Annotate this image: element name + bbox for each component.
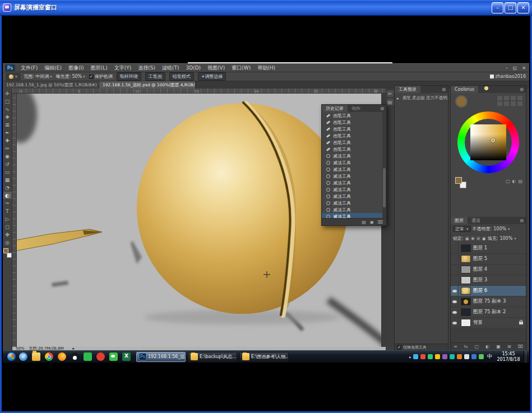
dodge-tool[interactable]: ◐ (3, 192, 12, 199)
range-field[interactable]: 范围: 中间调 ▾ (24, 73, 52, 80)
firefox-icon[interactable] (58, 352, 66, 361)
tab-history[interactable]: 历史记录 (322, 105, 348, 112)
color-marker[interactable] (491, 138, 495, 142)
visibility-toggle[interactable] (451, 286, 459, 296)
tray-icon[interactable] (442, 354, 447, 359)
current-color-swatch[interactable] (455, 95, 468, 108)
visibility-toggle[interactable] (451, 318, 459, 328)
trash-icon[interactable] (378, 220, 383, 225)
hand-tool[interactable]: ✥ (3, 231, 12, 238)
checkbox-icon[interactable]: ✓ (89, 75, 94, 79)
saturation-brightness-square[interactable] (470, 124, 506, 160)
pen-tool[interactable]: ✑ (3, 199, 12, 207)
option-button-1[interactable]: 取样环绕 (117, 72, 141, 81)
lasso-tool[interactable]: ∿ (3, 105, 12, 113)
quick-selection-tool[interactable]: ❖ (3, 113, 12, 120)
layer-row[interactable]: 图层 4 (451, 264, 526, 275)
option-button-2[interactable]: 工笔画 (145, 72, 165, 81)
new-layer-icon[interactable] (507, 344, 511, 349)
background-color-swatch[interactable] (7, 253, 12, 258)
link-layers-icon[interactable] (454, 344, 457, 349)
visibility-toggle[interactable] (451, 307, 459, 317)
close-button[interactable]: ✕ (517, 2, 529, 13)
collapsed-panel-icon[interactable]: ▤ (387, 99, 394, 105)
360-icon[interactable] (84, 352, 92, 361)
hue-marker[interactable] (484, 86, 488, 90)
adjustment-layer-icon[interactable] (485, 344, 489, 349)
lock-position-icon[interactable]: ✛ (477, 236, 480, 240)
eraser-tool[interactable]: ▭ (3, 168, 12, 175)
tray-icon[interactable] (450, 354, 455, 359)
excel-icon[interactable] (122, 352, 131, 361)
visibility-toggle[interactable] (451, 275, 459, 285)
option-button-3[interactable]: 铅笔模式 (169, 72, 194, 81)
clock[interactable]: 15:45 2017/8/18 (496, 351, 521, 363)
eyedropper-tool[interactable]: ✒ (3, 129, 12, 136)
scrollbar-thumb[interactable] (383, 168, 386, 207)
color-swatches[interactable] (3, 248, 12, 258)
qq-icon[interactable] (71, 352, 79, 361)
history-row[interactable]: 画笔工具 (322, 112, 382, 119)
ie-icon[interactable] (19, 352, 27, 361)
menu-item-filter[interactable]: 滤镜(T) (159, 64, 183, 72)
explorer-icon[interactable] (32, 352, 40, 361)
maximize-button[interactable]: □ (505, 2, 516, 13)
new-document-from-state-icon[interactable] (362, 220, 366, 225)
shape-tool[interactable]: ◻ (3, 223, 12, 230)
tray-icon[interactable] (457, 354, 462, 359)
layer-style-icon[interactable] (464, 344, 468, 349)
coolorus-option-icons[interactable] (497, 96, 523, 106)
panel-menu-icon[interactable]: ▤ (520, 219, 526, 223)
coolorus-footer-icons[interactable]: ▢◐▤ (506, 179, 522, 184)
menu-item-3d[interactable]: 3D(D) (182, 65, 204, 71)
show-desktop-button[interactable] (524, 351, 527, 363)
tray-icon[interactable] (471, 354, 477, 359)
history-row[interactable]: 画笔工具 (322, 126, 382, 132)
netease-icon[interactable] (96, 352, 105, 361)
blur-tool[interactable]: ◔ (3, 184, 12, 191)
panel-menu-icon[interactable]: ▤ (380, 106, 386, 111)
tool-preset-picker[interactable]: ▾ (6, 73, 20, 80)
ps-restore-icon[interactable]: ◱ (513, 66, 517, 71)
healing-brush-tool[interactable]: ✚ (3, 137, 12, 144)
menu-item-image[interactable]: 图像(I) (65, 64, 87, 72)
tab-actions[interactable]: 动作 (348, 105, 364, 112)
layer-row[interactable]: 图层 75 副本 3 (451, 296, 526, 307)
tab-coolorus[interactable]: Coolorus (451, 86, 478, 93)
lock-transparency-icon[interactable]: ▦ (465, 236, 469, 240)
clone-stamp-tool[interactable]: ◉ (3, 152, 12, 160)
visibility-toggle[interactable] (451, 296, 459, 307)
layer-row-background[interactable]: 背景 (451, 318, 526, 328)
menu-item-edit[interactable]: 编辑(E) (41, 64, 65, 72)
start-button[interactable] (7, 352, 16, 361)
fill-value[interactable]: 100% (499, 236, 512, 241)
history-row[interactable]: 画笔工具 (322, 132, 382, 139)
history-scrollbar[interactable] (382, 112, 386, 218)
brush-tool[interactable]: ✏ (3, 145, 12, 152)
history-row[interactable]: 减淡工具 (322, 173, 382, 179)
account-widget[interactable]: zhanbao2016 (490, 74, 526, 79)
move-tool[interactable]: ✛ (3, 90, 12, 97)
history-row[interactable]: 减淡工具 (322, 206, 382, 213)
history-row-selected[interactable]: 减淡工具 (322, 213, 382, 218)
visibility-toggle[interactable] (451, 243, 459, 253)
wechat-icon[interactable] (109, 352, 118, 361)
history-row[interactable]: 画笔工具 (322, 139, 382, 146)
taskbar-app-explorer-1[interactable]: E:\backup\风恋... (188, 352, 237, 362)
layer-group-icon[interactable] (496, 344, 501, 349)
history-row[interactable]: 画笔工具 (322, 146, 382, 152)
ps-close-icon[interactable]: ✕ (522, 66, 526, 71)
option-button-4[interactable]: +调整边缘 (198, 72, 226, 81)
menu-item-view[interactable]: 视图(V) (204, 64, 228, 72)
menu-item-file[interactable]: 文件(F) (17, 64, 41, 72)
language-indicator[interactable]: 中 (486, 353, 493, 360)
document-tab-1[interactable]: 192.168.1.56_1.jpg @ 50%(图层 1,RGB/8#) * … (3, 81, 99, 89)
menu-item-window[interactable]: 窗口(W) (228, 64, 254, 72)
chrome-icon[interactable] (45, 352, 53, 361)
menu-item-help[interactable]: 帮助(H) (254, 64, 279, 72)
panel-menu-icon[interactable]: ▤ (520, 87, 526, 92)
exposure-field[interactable]: 曝光度: 50% ▾ (56, 73, 85, 80)
tray-chevron-icon[interactable]: ▴ (409, 355, 411, 359)
checkbox-icon[interactable]: ✓ (397, 345, 401, 350)
lock-all-icon[interactable]: ● (482, 236, 486, 240)
